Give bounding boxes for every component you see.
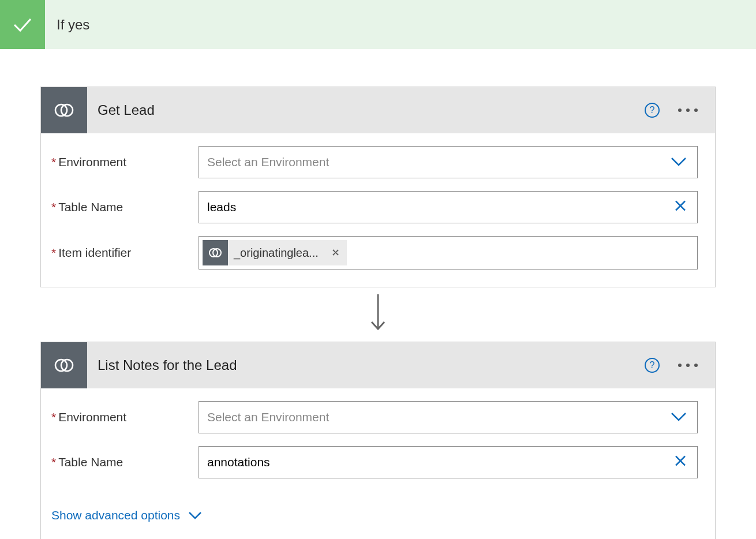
table-name-value: leads (207, 200, 236, 214)
dataverse-icon (41, 342, 87, 388)
more-menu-icon[interactable] (678, 108, 698, 112)
clear-icon[interactable] (674, 200, 687, 215)
card-title: Get Lead (98, 102, 645, 118)
environment-select[interactable]: Select an Environment (199, 146, 698, 178)
table-name-input[interactable]: leads (199, 191, 698, 223)
condition-title: If yes (57, 17, 89, 33)
help-icon[interactable]: ? (645, 103, 660, 118)
item-identifier-label: *Item identifier (51, 246, 199, 260)
condition-header: If yes (0, 0, 756, 49)
token-text: _originatinglea... (228, 246, 324, 260)
table-name-input[interactable]: annotations (199, 446, 698, 478)
table-name-label: *Table Name (51, 200, 199, 214)
arrow-down-icon (40, 294, 716, 335)
action-card-list-notes: List Notes for the Lead ? *Environment S… (40, 342, 716, 539)
help-icon[interactable]: ? (645, 358, 660, 373)
dataverse-icon (41, 87, 87, 133)
card-header[interactable]: List Notes for the Lead ? (41, 342, 715, 388)
environment-label: *Environment (51, 155, 199, 169)
table-name-value: annotations (207, 455, 270, 469)
more-menu-icon[interactable] (678, 364, 698, 367)
item-identifier-input[interactable]: _originatinglea... ✕ (199, 236, 698, 270)
chevron-down-icon (671, 155, 687, 169)
table-name-label: *Table Name (51, 455, 199, 469)
environment-select[interactable]: Select an Environment (199, 401, 698, 433)
dataverse-icon (203, 240, 228, 265)
chevron-down-icon (671, 410, 687, 424)
chevron-down-icon (188, 511, 202, 519)
show-advanced-options-link[interactable]: Show advanced options (51, 508, 202, 522)
token-remove-icon[interactable]: ✕ (324, 246, 347, 259)
action-card-get-lead: Get Lead ? *Environment Select an Enviro… (40, 87, 716, 287)
clear-icon[interactable] (674, 455, 687, 470)
environment-placeholder: Select an Environment (207, 155, 329, 169)
card-header[interactable]: Get Lead ? (41, 87, 715, 133)
dynamic-content-token[interactable]: _originatinglea... ✕ (203, 240, 347, 265)
check-icon (0, 0, 45, 49)
environment-placeholder: Select an Environment (207, 410, 329, 424)
card-title: List Notes for the Lead (98, 357, 645, 373)
environment-label: *Environment (51, 410, 199, 424)
